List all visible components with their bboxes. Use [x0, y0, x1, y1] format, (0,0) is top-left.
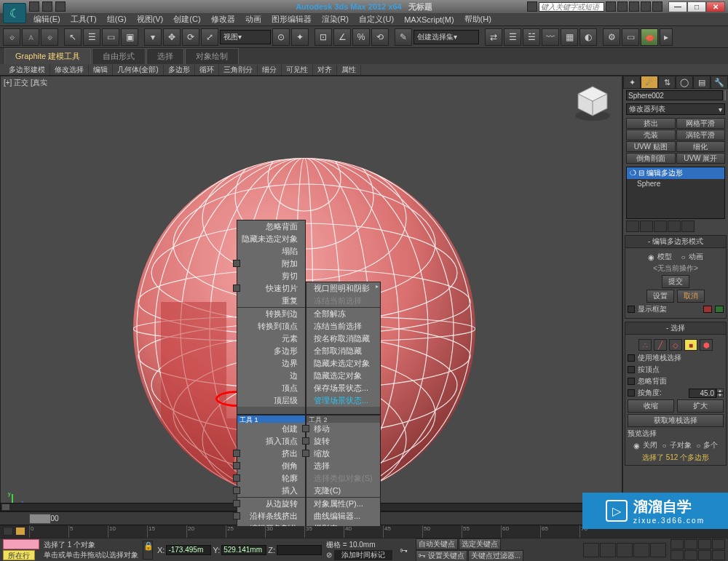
btn-bevelprofile[interactable]: 倒角剖面	[626, 153, 676, 164]
qm-extrude-along-spline[interactable]: 沿样条线挤出	[237, 510, 305, 522]
qm-hide-unsel[interactable]: 隐藏未选定对象	[306, 357, 380, 370]
select-name-icon[interactable]: ☰	[83, 28, 100, 46]
named-sel-edit-icon[interactable]: ✎	[395, 28, 412, 46]
nav-walk-icon[interactable]	[684, 539, 697, 549]
add-time-tag[interactable]: 添加时间标记	[334, 550, 392, 560]
tab-selection[interactable]: 选择	[146, 48, 184, 64]
window-crossing-icon[interactable]: ▣	[121, 28, 138, 46]
show-end-result-icon[interactable]	[640, 220, 653, 232]
prev-frame-icon[interactable]	[600, 543, 616, 557]
nav-zoom-icon[interactable]	[698, 539, 711, 549]
qm-obj-props[interactable]: 对象属性(P)...	[306, 498, 380, 510]
curve-editor-icon[interactable]: 〰	[542, 28, 559, 46]
qm-vertex[interactable]: 顶点	[237, 382, 305, 394]
exchange-icon[interactable]	[629, 1, 639, 12]
btn-tessellate[interactable]: 细化	[676, 141, 726, 152]
minimize-button[interactable]: —	[668, 1, 687, 12]
btn-keyfilter[interactable]: 关键点过滤器...	[468, 550, 523, 562]
schematic-icon[interactable]: ▦	[561, 28, 578, 46]
remove-mod-icon[interactable]	[668, 220, 681, 232]
tab-motion-icon[interactable]: ◯	[676, 76, 693, 89]
named-selset-dropdown[interactable]: 创建选择集 ▾	[414, 30, 479, 44]
chk-use-stack-sel[interactable]	[628, 354, 635, 362]
qm-cut[interactable]: 剪切	[237, 270, 305, 282]
nav-pan-icon[interactable]	[670, 539, 684, 549]
toolbar-more-icon[interactable]: ▸	[660, 28, 673, 46]
modifier-list-dropdown[interactable]: 修改器列表▾	[626, 103, 725, 115]
mirror-icon[interactable]: ⇄	[485, 28, 502, 46]
angle-down[interactable]: ▼	[716, 393, 724, 397]
btn-setkey[interactable]: 🗝 设置关键点	[416, 550, 467, 562]
layers-icon[interactable]: ☱	[523, 28, 540, 46]
menu-edit[interactable]: 编辑(E)	[29, 13, 65, 25]
search-input[interactable]	[539, 2, 604, 12]
qm-border[interactable]: 边界	[237, 357, 305, 370]
help-icon[interactable]	[652, 1, 662, 12]
subobj-vertex-icon[interactable]: ∴	[638, 339, 652, 351]
qm-rotate[interactable]: 旋转	[306, 435, 380, 447]
btn-shrink[interactable]: 收缩	[628, 399, 674, 413]
menu-customize[interactable]: 自定义(U)	[355, 13, 398, 25]
render-setup-icon[interactable]: ⚙	[603, 28, 620, 46]
pivot-icon[interactable]: ⊙	[272, 28, 290, 46]
link-icon[interactable]: ⟐	[3, 28, 20, 46]
play-icon[interactable]	[617, 543, 633, 557]
qm-viewport-lighting[interactable]: 视口照明和阴影	[306, 282, 380, 295]
viewcube[interactable]	[572, 82, 613, 123]
qm-polygon[interactable]: 多边形	[237, 345, 305, 357]
nav-fov-icon[interactable]	[670, 550, 684, 560]
menu-create[interactable]: 创建(C)	[169, 13, 205, 25]
trackbar-menu-icon[interactable]	[3, 527, 13, 536]
next-frame-icon[interactable]	[633, 543, 649, 557]
qm-convert-vertex[interactable]: 转换到顶点	[237, 320, 305, 333]
qm-unhide-all[interactable]: 全部取消隐藏	[306, 345, 380, 357]
qm-curve-editor[interactable]: 曲线编辑器...	[306, 510, 380, 522]
radio-off[interactable]: 关闭	[643, 440, 657, 450]
menu-group[interactable]: 组(G)	[103, 13, 131, 25]
search-go-icon[interactable]	[606, 1, 616, 12]
btn-grow[interactable]: 扩大	[677, 399, 724, 413]
snap-toggle-icon[interactable]: ⊡	[314, 28, 332, 46]
trackbar-key[interactable]	[16, 528, 25, 535]
rib-visibility[interactable]: 可见性	[282, 65, 313, 75]
qm-hinge-from-edge[interactable]: 从边旋转	[237, 498, 305, 510]
menu-help[interactable]: 帮助(H)	[460, 13, 496, 25]
qm-repeat[interactable]: 重复	[237, 295, 305, 307]
rotate-icon[interactable]: ⟳	[182, 28, 199, 46]
material-editor-icon[interactable]: ◐	[579, 28, 597, 46]
fav-icon[interactable]	[641, 1, 651, 12]
pin-stack-icon[interactable]	[626, 220, 639, 232]
rollout-selection[interactable]: - 选择	[625, 322, 727, 335]
btn-meshsmooth[interactable]: 网格平滑	[676, 118, 726, 129]
rib-geom[interactable]: 几何体(全部)	[113, 65, 164, 75]
object-name-input[interactable]	[626, 90, 723, 100]
infocenter-icon[interactable]	[527, 1, 537, 12]
btn-selkey[interactable]: 选定关键点	[459, 538, 501, 550]
angle-snap-icon[interactable]: ∠	[333, 28, 351, 46]
qm-toplevel[interactable]: 顶层级	[237, 394, 305, 407]
nav-zoom-all-icon[interactable]	[712, 539, 725, 549]
percent-snap-icon[interactable]: %	[352, 28, 370, 46]
unlink-icon[interactable]: ⟑	[22, 28, 39, 46]
rib-loops[interactable]: 循环	[195, 65, 219, 75]
rect-select-icon[interactable]: ▭	[102, 28, 119, 46]
qm-element[interactable]: 元素	[237, 333, 305, 345]
qm-scale[interactable]: 缩放	[306, 447, 380, 460]
signin-icon[interactable]	[617, 1, 628, 12]
radio-multi[interactable]: 多个	[703, 440, 718, 450]
qm-edge[interactable]: 边	[237, 370, 305, 382]
stack-sphere[interactable]: Sphere	[627, 179, 724, 188]
btn-shell[interactable]: 壳装	[626, 130, 676, 140]
coord-x-input[interactable]	[166, 545, 211, 555]
qm-extrude[interactable]: 挤出	[237, 447, 305, 460]
object-color-swatch[interactable]	[724, 90, 726, 100]
select-icon[interactable]: ↖	[64, 28, 82, 46]
menu-rendering[interactable]: 渲染(R)	[317, 13, 353, 25]
menu-modifiers[interactable]: 修改器	[207, 13, 240, 25]
bind-icon[interactable]: ⟐	[41, 28, 58, 46]
btn-cancel[interactable]: 取消	[677, 290, 705, 303]
menu-tools[interactable]: 工具(T)	[66, 13, 101, 25]
chk-showcage[interactable]	[628, 306, 635, 313]
subobj-element-icon[interactable]: ⬢	[700, 339, 713, 351]
make-unique-icon[interactable]	[654, 220, 667, 232]
